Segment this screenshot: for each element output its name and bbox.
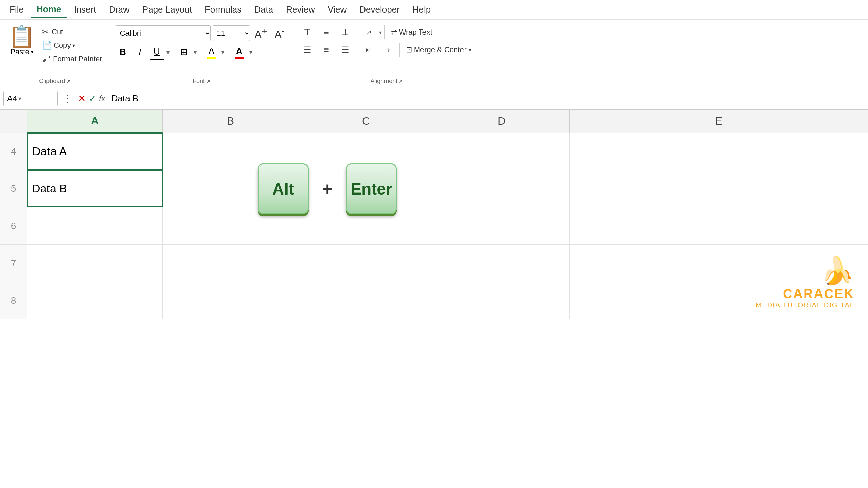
align-right-button[interactable]: ☰ <box>337 42 354 58</box>
separator2 <box>200 45 200 59</box>
decrease-indent-button[interactable]: ⇤ <box>360 42 378 58</box>
cell-e6[interactable] <box>570 207 868 244</box>
cell-d4[interactable] <box>434 133 570 170</box>
wrap-text-button[interactable]: ⇌ Wrap Text <box>388 26 436 38</box>
row-header-7: 7 <box>0 245 27 282</box>
font-row2: B I U ▾ ⊞ ▾ A ▾ A <box>116 45 252 60</box>
cell-a4-value: Data A <box>32 145 67 158</box>
menu-home[interactable]: Home <box>31 1 67 18</box>
menu-formulas[interactable]: Formulas <box>199 2 248 18</box>
align-top-button[interactable]: ⊤ <box>299 24 316 40</box>
separator7 <box>399 43 400 57</box>
menu-draw[interactable]: Draw <box>103 2 136 18</box>
confirm-formula-button[interactable]: ✓ <box>88 93 96 104</box>
col-header-b[interactable]: B <box>163 110 298 133</box>
menu-review[interactable]: Review <box>280 2 321 18</box>
cell-a5[interactable]: Data B <box>27 170 163 207</box>
copy-button[interactable]: 📄 Copy ▾ <box>40 39 104 52</box>
cell-c7[interactable] <box>298 245 434 282</box>
alignment-group-label: Alignment <box>370 78 397 85</box>
menu-page-layout[interactable]: Page Layout <box>136 2 198 18</box>
menu-file[interactable]: File <box>3 2 30 18</box>
cell-d8[interactable] <box>434 282 570 319</box>
bold-button[interactable]: B <box>116 45 131 60</box>
formula-input[interactable] <box>108 91 865 106</box>
font-expand-icon[interactable]: ↗ <box>206 79 210 84</box>
clipboard-expand-icon[interactable]: ↗ <box>66 79 71 84</box>
caracek-brand-name: CARACEK <box>756 287 854 301</box>
spreadsheet: A B C D E 4 Data A 5 Data B <box>0 110 868 319</box>
cell-b6[interactable] <box>163 207 298 244</box>
angle-text-button[interactable]: ↗ <box>360 24 378 40</box>
underline-button[interactable]: U <box>150 45 164 60</box>
angle-chevron-icon: ▾ <box>379 29 382 36</box>
font-family-select[interactable]: Calibri <box>116 25 211 41</box>
font-row1: Calibri 11 A+ A- <box>116 24 288 42</box>
align-center-button[interactable]: ≡ <box>318 42 335 58</box>
cell-d5[interactable] <box>434 170 570 207</box>
font-color-button[interactable]: A <box>232 45 247 60</box>
merge-label: Merge & Center <box>414 45 467 54</box>
menu-help[interactable]: Help <box>407 2 437 18</box>
alignment-expand-icon[interactable]: ↗ <box>399 79 403 84</box>
cell-d7[interactable] <box>434 245 570 282</box>
cut-label: Cut <box>52 27 63 36</box>
merge-center-button[interactable]: ⊡ Merge & Center ▾ <box>402 44 475 56</box>
cell-a7[interactable] <box>27 245 163 282</box>
cell-a8[interactable] <box>27 282 163 319</box>
wrap-text-icon: ⇌ <box>391 28 397 37</box>
col-header-a[interactable]: A <box>27 110 163 133</box>
menu-data[interactable]: Data <box>248 2 279 18</box>
font-size-select[interactable]: 11 <box>213 25 250 41</box>
more-options-button[interactable]: ⋮ <box>60 92 75 105</box>
separator3 <box>228 45 228 59</box>
cell-b5[interactable]: Alt + Enter <box>163 170 298 207</box>
align-bottom-button[interactable]: ⊥ <box>337 24 354 40</box>
cell-e4[interactable] <box>570 133 868 170</box>
paste-icon: 📋 <box>8 26 35 47</box>
menu-insert[interactable]: Insert <box>68 2 102 18</box>
wrap-text-label: Wrap Text <box>399 28 432 37</box>
copy-label: Copy <box>54 41 71 50</box>
paste-button[interactable]: 📋 Paste ▾ <box>5 24 38 58</box>
cell-b7[interactable] <box>163 245 298 282</box>
cell-c5[interactable] <box>298 170 434 207</box>
cell-reference-box[interactable]: A4 ▾ <box>3 91 58 106</box>
cell-ref-value: A4 <box>7 94 17 103</box>
align-left-button[interactable]: ☰ <box>299 42 316 58</box>
cell-c6[interactable] <box>298 207 434 244</box>
cell-a6[interactable] <box>27 207 163 244</box>
cancel-formula-button[interactable]: ✕ <box>78 93 86 104</box>
paste-label: Paste <box>10 47 29 56</box>
cell-d6[interactable] <box>434 207 570 244</box>
format-painter-button[interactable]: 🖌 Format Painter <box>40 53 104 65</box>
table-row: 6 <box>0 207 868 245</box>
increase-indent-button[interactable]: ⇥ <box>379 42 397 58</box>
cell-a4[interactable]: Data A <box>27 133 163 170</box>
fill-color-button[interactable]: A <box>204 45 219 60</box>
menu-developer[interactable]: Developer <box>353 2 406 18</box>
italic-button[interactable]: I <box>133 45 147 60</box>
cell-b8[interactable] <box>163 282 298 319</box>
borders-button[interactable]: ⊞ <box>177 45 192 60</box>
insert-function-button[interactable]: fx <box>99 94 105 103</box>
cell-c8[interactable] <box>298 282 434 319</box>
ribbon-alignment-group: ⊤ ≡ ⊥ ↗ ▾ ⇌ Wrap Text ☰ ≡ ☰ <box>293 22 480 87</box>
copy-chevron-icon: ▾ <box>72 42 75 49</box>
ribbon: 📋 Paste ▾ ✂ Cut 📄 Copy ▾ 🖌 For <box>0 20 868 87</box>
cell-e5[interactable] <box>570 170 868 207</box>
align-middle-button[interactable]: ≡ <box>318 24 335 40</box>
menu-view[interactable]: View <box>321 2 353 18</box>
increase-font-size-button[interactable]: A+ <box>252 24 270 42</box>
merge-icon: ⊡ <box>406 45 412 54</box>
cut-button[interactable]: ✂ Cut <box>40 26 104 38</box>
row-header-corner <box>0 110 27 133</box>
cell-ref-chevron-icon: ▾ <box>18 95 21 102</box>
separator6 <box>357 43 357 57</box>
col-header-e[interactable]: E <box>570 110 868 133</box>
merge-chevron-icon: ▾ <box>469 47 471 53</box>
col-header-d[interactable]: D <box>434 110 570 133</box>
row-header-8: 8 <box>0 282 27 319</box>
decrease-font-size-button[interactable]: A- <box>272 24 287 42</box>
col-header-c[interactable]: C <box>298 110 434 133</box>
